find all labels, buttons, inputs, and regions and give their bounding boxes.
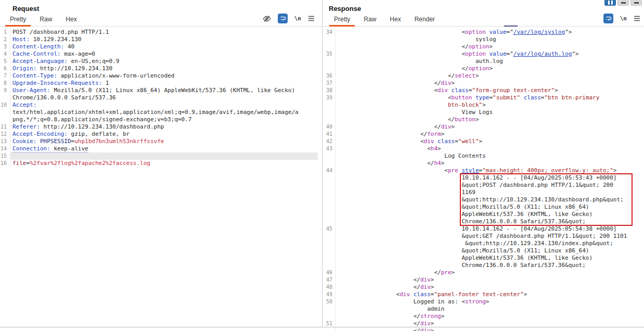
code-line: Connection: keep-alive: [10, 145, 318, 152]
line-number: [0, 94, 10, 101]
code-line: AppleWebKit/537.36 (KHTML, like Gecko): [336, 211, 640, 218]
line-number: [323, 174, 336, 182]
code-line: <option value="/var/log/auth.log">: [336, 50, 640, 58]
line-number: [323, 65, 336, 72]
code-line: Logged in as: <strong>: [336, 298, 640, 305]
code-row: 35<option value="/var/log/auth.log">: [323, 50, 644, 58]
code-line: <button type="submit" class="btn btn-pri…: [336, 94, 640, 101]
line-number: 47: [323, 276, 336, 284]
line-number: [323, 43, 336, 50]
code-row: 51</div>: [323, 320, 644, 327]
rows-layout-icon: [621, 2, 626, 4]
line-number: 5: [0, 58, 10, 65]
request-editor[interactable]: 1POST /dashboard.php HTTP/1.12Host: 10.1…: [0, 27, 322, 327]
line-number: 2: [0, 36, 10, 43]
code-row: 4Cache-Control: max-age=0: [0, 50, 322, 58]
code-line: Chrome/136.0.0.0 Safari/537.36&quot;: [336, 262, 640, 269]
line-number: [323, 101, 336, 109]
hide-nonprintable-icon[interactable]: [263, 15, 271, 23]
code-row: 6Origin: http://10.129.234.130: [0, 65, 322, 72]
word-wrap-icon[interactable]: [603, 14, 613, 23]
line-number: 3: [0, 43, 10, 50]
code-row: 48</div>: [323, 284, 644, 291]
line-number: 4: [0, 50, 10, 58]
request-tab-hex[interactable]: Hex: [61, 14, 81, 26]
line-number: 10: [0, 101, 10, 109]
menu-icon[interactable]: [634, 14, 640, 23]
code-row: 13Cookie: PHPSESSID=uhp1bd7bn3umlh53nkrf…: [0, 138, 322, 145]
code-row: 10.10.14.162 - - [04/Aug/2025:05:53:43 +…: [323, 174, 644, 182]
code-line: Cookie: PHPSESSID=uhp1bd7bn3umlh53nkrffs…: [10, 138, 318, 145]
line-number: 36: [323, 72, 336, 80]
code-row: 50Logged in as: <strong>: [323, 298, 644, 305]
line-number: [323, 327, 336, 331]
code-line: btn-block">: [336, 101, 640, 109]
code-row: 10Accept:: [0, 101, 322, 109]
line-number: 43: [323, 145, 336, 152]
line-number: 1: [0, 29, 10, 36]
response-tab-render[interactable]: Render: [410, 14, 440, 26]
code-row: 9User-Agent: Mozilla/5.0 (X11; Linux x86…: [0, 87, 322, 94]
code-row: 39<button type="submit" class="btn btn-p…: [323, 94, 644, 101]
tabs-layout-button[interactable]: [630, 0, 642, 6]
response-tab-pretty[interactable]: Pretty: [329, 14, 355, 26]
columns-layout-button[interactable]: [604, 0, 616, 6]
code-row: </option>: [323, 65, 644, 72]
code-line: Accept:: [10, 101, 318, 109]
code-line: admin: [336, 305, 640, 313]
code-line: 10.10.14.162 - - [04/Aug/2025:05:54:38 +…: [336, 225, 640, 233]
columns-layout-icon: [608, 1, 613, 5]
code-line: </button>: [336, 116, 640, 123]
code-line: </div>: [336, 284, 640, 291]
code-row: Chrome/136.0.0.0 Safari/537.36: [0, 94, 322, 101]
code-line: Upgrade-Insecure-Requests: 1: [10, 80, 318, 87]
code-line: Accept-Language: en-US,en;q=0.9: [10, 58, 318, 65]
line-number: 45: [323, 225, 336, 233]
code-row: &quot;Mozilla/5.0 (X11; Linux x86_64): [323, 203, 644, 211]
newline-icon[interactable]: \n: [294, 15, 301, 22]
code-row: 1169: [323, 189, 644, 196]
code-line: auth.log: [336, 58, 640, 65]
line-number: [323, 247, 336, 254]
rows-layout-button[interactable]: [617, 0, 629, 6]
request-tab-raw[interactable]: Raw: [35, 14, 57, 26]
line-number: [323, 189, 336, 196]
layout-buttons: [604, 0, 642, 6]
code-line: Content-Type: application/x-www-form-url…: [10, 72, 318, 80]
line-number: 38: [323, 87, 336, 94]
menu-icon[interactable]: [308, 14, 315, 23]
line-number: [323, 305, 336, 313]
line-number: [323, 36, 336, 43]
response-panel-title: Response: [323, 0, 644, 14]
line-number: 50: [323, 298, 336, 305]
line-number: [323, 262, 336, 269]
line-number: 16: [0, 160, 10, 167]
code-row: 40</div>: [323, 123, 644, 131]
response-toolbar: \n: [603, 14, 640, 23]
response-tab-raw[interactable]: Raw: [359, 14, 381, 26]
line-number: 6: [0, 65, 10, 72]
code-line: </pre>: [336, 269, 640, 276]
code-row: 2Host: 10.129.234.130: [0, 36, 322, 43]
response-tab-hex[interactable]: Hex: [385, 14, 405, 26]
line-number: [323, 109, 336, 116]
newline-icon[interactable]: \n: [620, 15, 627, 22]
line-number: [323, 160, 336, 167]
code-row: &quot;POST /dashboard.php HTTP/1.1&quot;…: [323, 182, 644, 189]
request-tab-pretty[interactable]: Pretty: [5, 14, 31, 26]
code-line: &quot;Mozilla/5.0 (X11; Linux x86_64): [336, 203, 640, 211]
word-wrap-icon[interactable]: [278, 14, 288, 23]
code-row: 16file=%2fvar%2flog%2fapache2%2faccess.l…: [0, 160, 322, 167]
code-line: POST /dashboard.php HTTP/1.1: [10, 29, 318, 36]
line-number: 39: [323, 94, 336, 101]
response-editor[interactable]: 34<option value="/var/log/syslog">syslog…: [323, 27, 644, 327]
line-number: 7: [0, 72, 10, 80]
code-line: Cache-Control: max-age=0: [10, 50, 318, 58]
code-row: 37</div>: [323, 80, 644, 87]
code-row: 38<div class="form-group text-center">: [323, 87, 644, 94]
code-row: syslog: [323, 36, 644, 43]
line-number: [323, 182, 336, 189]
code-row: Log Contents: [323, 152, 644, 160]
code-row: &quot;http://10.129.234.130/index.php&qu…: [323, 240, 644, 247]
line-number: 9: [0, 87, 10, 94]
